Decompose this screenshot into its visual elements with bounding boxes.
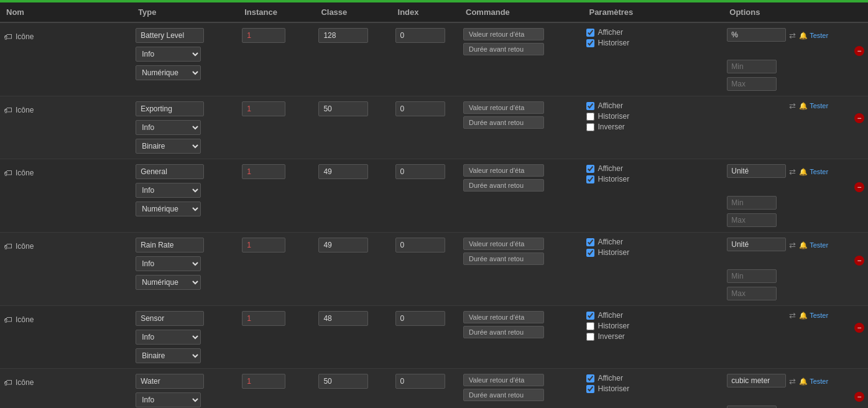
type-select-4[interactable]: Info Action (136, 330, 201, 345)
inverser-checkbox-label-4: Inverser (586, 332, 719, 341)
share-icon-3[interactable]: ⇄ (789, 241, 796, 250)
valeur-retour-btn-4[interactable]: Valeur retour d'éta (463, 311, 544, 323)
index-input-4[interactable] (395, 311, 445, 326)
icone-label: Icône (16, 315, 34, 324)
instance-input-0[interactable] (242, 28, 285, 43)
index-input-5[interactable] (395, 374, 445, 389)
minus-btn-4[interactable]: − (854, 323, 864, 333)
minus-btn-3[interactable]: − (854, 256, 864, 266)
valeur-retour-btn-5[interactable]: Valeur retour d'éta (463, 374, 544, 386)
max-input-2[interactable] (727, 213, 777, 227)
classe-input-2[interactable] (318, 164, 368, 179)
classe-input-0[interactable] (318, 28, 368, 43)
name-input-1[interactable] (136, 101, 204, 116)
classe-input-4[interactable] (318, 311, 368, 326)
historiser-checkbox-0[interactable] (586, 39, 594, 47)
subtype-select-1[interactable]: Numérique Binaire Autre (136, 139, 201, 154)
name-input-4[interactable] (136, 311, 204, 326)
historiser-checkbox-5[interactable] (586, 385, 594, 393)
afficher-checkbox-2[interactable] (586, 165, 594, 173)
subtype-select-0[interactable]: Numérique Binaire Autre (136, 65, 201, 80)
tester-btn-2[interactable]: 🔔 Tester (799, 168, 828, 176)
share-icon-5[interactable]: ⇄ (789, 377, 796, 386)
tester-btn-4[interactable]: 🔔 Tester (799, 312, 828, 320)
index-input-0[interactable] (395, 28, 445, 43)
max-input-3[interactable] (727, 287, 777, 300)
valeur-retour-btn-0[interactable]: Valeur retour d'éta (463, 28, 544, 40)
type-select-5[interactable]: Info Action (136, 392, 201, 407)
afficher-checkbox-3[interactable] (586, 238, 594, 246)
max-input-0[interactable] (727, 77, 777, 91)
classe-input-3[interactable] (318, 238, 368, 253)
unite-input-0[interactable] (727, 28, 786, 42)
share-icon-2[interactable]: ⇄ (789, 167, 796, 177)
type-select-0[interactable]: Info Action (136, 47, 201, 62)
instance-input-3[interactable] (242, 238, 285, 253)
type-select-3[interactable]: Info Action (136, 256, 201, 271)
min-input-3[interactable] (727, 269, 777, 283)
type-select-2[interactable]: Info Action (136, 183, 201, 198)
name-input-5[interactable] (136, 374, 204, 389)
unite-input-2[interactable] (727, 164, 786, 178)
instance-input-2[interactable] (242, 164, 285, 179)
inverser-checkbox-4[interactable] (586, 333, 594, 341)
duree-avant-btn-1[interactable]: Durée avant retou (463, 116, 544, 129)
afficher-checkbox-0[interactable] (586, 29, 594, 37)
share-icon-4[interactable]: ⇄ (789, 311, 796, 320)
historiser-checkbox-2[interactable] (586, 175, 594, 183)
min-input-5[interactable] (727, 406, 777, 408)
tester-btn-0[interactable]: 🔔 Tester (799, 32, 828, 40)
row-icon-label: 🏷 Icône (4, 28, 128, 42)
instance-input-4[interactable] (242, 311, 285, 326)
historiser-checkbox-1[interactable] (586, 113, 594, 121)
subtype-select-4[interactable]: Numérique Binaire Autre (136, 348, 201, 363)
minus-btn-2[interactable]: − (854, 182, 864, 192)
historiser-checkbox-3[interactable] (586, 249, 594, 257)
duree-avant-btn-5[interactable]: Durée avant retou (463, 389, 544, 401)
classe-input-1[interactable] (318, 101, 368, 116)
name-input-3[interactable] (136, 238, 204, 253)
index-input-3[interactable] (395, 238, 445, 253)
flag-icon: 🏷 (4, 378, 12, 387)
unite-input-5[interactable] (727, 374, 786, 387)
afficher-checkbox-label-1: Afficher (586, 101, 719, 110)
duree-avant-btn-4[interactable]: Durée avant retou (463, 326, 544, 338)
afficher-checkbox-1[interactable] (586, 102, 594, 110)
minus-btn-0[interactable]: − (854, 46, 864, 56)
duree-avant-btn-0[interactable]: Durée avant retou (463, 43, 544, 55)
afficher-checkbox-5[interactable] (586, 374, 594, 382)
afficher-checkbox-4[interactable] (586, 312, 594, 320)
valeur-retour-btn-1[interactable]: Valeur retour d'éta (463, 101, 544, 114)
minus-btn-5[interactable]: − (854, 392, 864, 402)
options-top-1: ⇄ 🔔 Tester (727, 101, 864, 111)
historiser-checkbox-4[interactable] (586, 322, 594, 330)
type-select-1[interactable]: Info Action (136, 120, 201, 135)
unite-input-3[interactable] (727, 238, 786, 251)
min-input-2[interactable] (727, 196, 777, 210)
inverser-checkbox-1[interactable] (586, 123, 594, 131)
index-input-2[interactable] (395, 164, 445, 179)
classe-input-5[interactable] (318, 374, 368, 389)
min-input-0[interactable] (727, 60, 777, 73)
row-icon-label: 🏷 Icône (4, 164, 128, 178)
name-input-2[interactable] (136, 164, 204, 179)
index-input-1[interactable] (395, 101, 445, 116)
instance-input-1[interactable] (242, 101, 285, 116)
table-row: 🏷 Icône Info Action Numérique Binaire Au… (0, 233, 868, 306)
tester-btn-1[interactable]: 🔔 Tester (799, 102, 828, 110)
options-top-4: ⇄ 🔔 Tester (727, 311, 864, 320)
share-icon-0[interactable]: ⇄ (789, 31, 796, 40)
duree-avant-btn-2[interactable]: Durée avant retou (463, 179, 544, 192)
options-col-4: ⇄ 🔔 Tester − (727, 311, 864, 333)
valeur-retour-btn-2[interactable]: Valeur retour d'éta (463, 164, 544, 177)
subtype-select-2[interactable]: Numérique Binaire Autre (136, 202, 201, 216)
subtype-select-3[interactable]: Numérique Binaire Autre (136, 275, 201, 290)
instance-input-5[interactable] (242, 374, 285, 389)
duree-avant-btn-3[interactable]: Durée avant retou (463, 253, 544, 265)
name-input-0[interactable] (136, 28, 204, 43)
valeur-retour-btn-3[interactable]: Valeur retour d'éta (463, 238, 544, 250)
tester-btn-5[interactable]: 🔔 Tester (799, 378, 828, 386)
tester-btn-3[interactable]: 🔔 Tester (799, 241, 828, 249)
share-icon-1[interactable]: ⇄ (789, 101, 796, 111)
minus-btn-1[interactable]: − (854, 113, 864, 123)
